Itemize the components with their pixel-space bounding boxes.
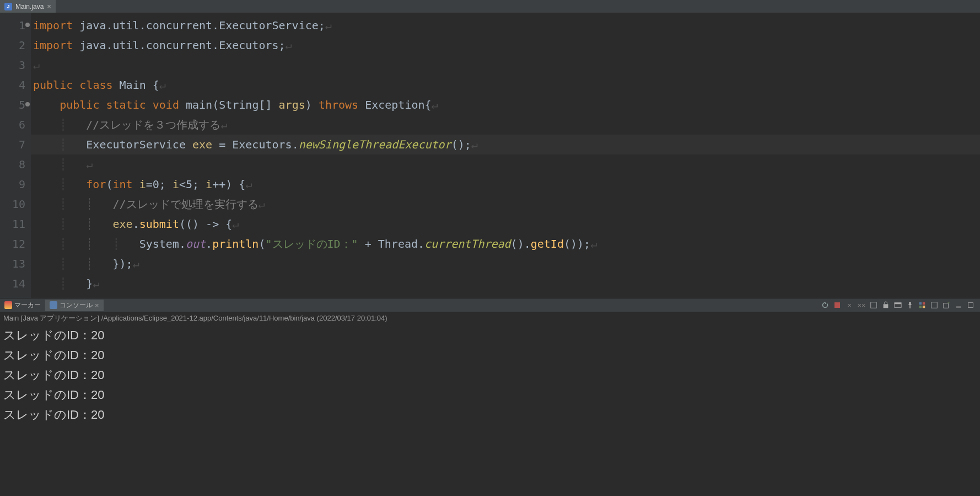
line-number: 13 — [0, 254, 31, 274]
code-line[interactable]: public class Main {↵ — [31, 75, 980, 95]
minimize-icon[interactable] — [954, 300, 963, 310]
display-selected-icon[interactable] — [917, 300, 927, 310]
line-number: 9 — [0, 174, 31, 194]
svg-rect-11 — [956, 307, 961, 308]
scroll-lock-icon[interactable] — [881, 300, 891, 310]
code-line[interactable]: import java.util.concurrent.ExecutorServ… — [31, 15, 980, 35]
code-line[interactable]: ┊ //スレッドを３つ作成する↵ — [31, 115, 980, 135]
code-line[interactable]: ┊ ExecutorService exe = Executors.newSin… — [31, 135, 980, 154]
line-number: 3 — [0, 55, 31, 75]
svg-rect-7 — [923, 306, 925, 308]
close-icon[interactable]: × — [95, 301, 99, 310]
code-line[interactable]: ↵ — [31, 55, 980, 75]
console-tab[interactable]: コンソール × — [45, 300, 104, 311]
line-number: 8 — [0, 154, 31, 174]
code-content[interactable]: import java.util.concurrent.ExecutorServ… — [31, 13, 980, 298]
svg-rect-3 — [895, 303, 901, 305]
svg-rect-12 — [968, 303, 973, 308]
clear-console-icon[interactable] — [869, 300, 879, 310]
console-launch-info: Main [Java アプリケーション] /Applications/Eclip… — [0, 312, 980, 324]
terminate-icon[interactable] — [832, 300, 842, 310]
line-number: 1 — [0, 15, 31, 35]
code-line[interactable]: ┊ ┊ //スレッドで処理を実行する↵ — [31, 194, 980, 214]
line-number: 10 — [0, 194, 31, 214]
line-number: 12 — [0, 234, 31, 254]
pin-console-icon[interactable] — [905, 300, 915, 310]
console-icon — [50, 301, 57, 309]
code-line[interactable]: ┊ ┊ ┊ System.out.println("スレッドのID：" + Th… — [31, 234, 980, 254]
bottom-panel-tabs: マーカー コンソール × ✕ ✕✕ + — [0, 298, 980, 312]
remove-all-launches-icon[interactable]: ✕✕ — [857, 300, 866, 310]
line-number: 11 — [0, 214, 31, 234]
console-output[interactable]: スレッドのID：20スレッドのID：20スレッドのID：20スレッドのID：20… — [0, 324, 980, 426]
line-number: 5 — [0, 95, 31, 115]
svg-rect-4 — [919, 302, 922, 305]
editor-tab-label: Main.java — [15, 3, 44, 10]
remove-launch-icon[interactable]: ✕ — [844, 300, 854, 310]
code-line[interactable]: public static void main(String[] args) t… — [31, 95, 980, 115]
marker-tab[interactable]: マーカー — [0, 300, 45, 311]
code-line[interactable]: import java.util.concurrent.Executors;↵ — [31, 35, 980, 55]
code-line[interactable]: ┊ ┊ exe.submit(() -> {↵ — [31, 214, 980, 234]
console-line: スレッドのID：20 — [3, 405, 977, 425]
svg-rect-5 — [923, 302, 925, 305]
console-line: スレッドのID：20 — [3, 365, 977, 385]
line-number: 2 — [0, 35, 31, 55]
svg-rect-8 — [931, 302, 938, 308]
sync-icon[interactable] — [820, 300, 830, 310]
code-line[interactable]: ┊ for(int i=0; i<5; i++) {↵ — [31, 174, 980, 194]
line-number: 4 — [0, 75, 31, 95]
svg-rect-0 — [871, 302, 877, 308]
code-editor[interactable]: 1234567891011121314 import java.util.con… — [0, 13, 980, 298]
line-number: 7 — [0, 135, 31, 154]
open-console-icon[interactable] — [929, 300, 939, 310]
show-console-icon[interactable] — [893, 300, 903, 310]
java-file-icon: J — [4, 3, 12, 10]
svg-rect-1 — [884, 304, 889, 308]
console-toolbar: ✕ ✕✕ + — [820, 300, 980, 310]
editor-tabs: J Main.java × — [0, 0, 980, 13]
console-tab-label: コンソール — [60, 301, 93, 310]
maximize-icon[interactable] — [966, 300, 976, 310]
line-number: 14 — [0, 274, 31, 294]
close-icon[interactable]: × — [47, 2, 51, 10]
code-line[interactable]: ┊ }↵ — [31, 274, 980, 294]
code-line[interactable]: ┊ ┊ });↵ — [31, 254, 980, 274]
marker-tab-label: マーカー — [14, 301, 41, 310]
marker-icon — [4, 301, 12, 309]
svg-text:+: + — [947, 301, 950, 305]
line-number: 6 — [0, 115, 31, 135]
console-line: スレッドのID：20 — [3, 345, 977, 365]
editor-tab-main[interactable]: J Main.java × — [0, 0, 56, 13]
line-number-gutter: 1234567891011121314 — [0, 13, 31, 298]
console-line: スレッドのID：20 — [3, 326, 977, 345]
svg-rect-6 — [919, 306, 922, 308]
console-line: スレッドのID：20 — [3, 385, 977, 405]
code-line[interactable]: ┊ ↵ — [31, 154, 980, 174]
new-console-icon[interactable]: + — [941, 300, 951, 310]
